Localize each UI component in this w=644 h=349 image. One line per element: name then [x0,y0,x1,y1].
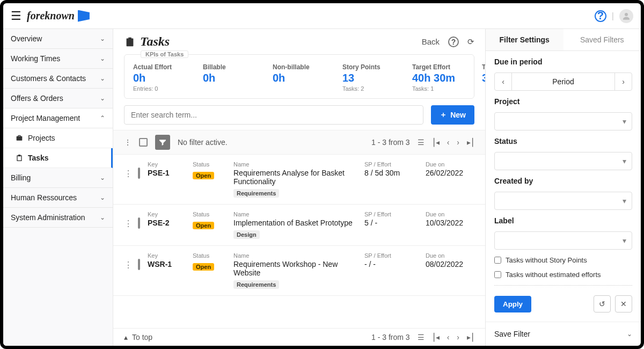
sort-icon[interactable]: ☰ [418,138,425,147]
save-filter-toggle[interactable]: Save Filter ⌄ [486,322,641,346]
period-label[interactable]: Period [512,73,614,90]
clipboard-icon [124,36,136,48]
chevron-down-icon: ⌄ [100,35,105,42]
task-row[interactable]: ⋮ KeyPSE-1 StatusOpen NameRequirements A… [113,155,485,205]
filter-createdby-label: Created by [494,177,632,185]
period-prev[interactable]: ‹ [495,73,512,90]
new-button[interactable]: ＋New [431,105,474,125]
avatar[interactable] [619,9,633,23]
chevron-down-icon: ⌄ [100,75,105,82]
filter-icon[interactable] [155,135,170,150]
chevron-down-icon: ⌄ [627,330,632,338]
tab-saved-filters[interactable]: Saved Filters [564,29,641,51]
nav-system-admin[interactable]: System Administration⌄ [3,208,113,228]
briefcase-icon [15,134,24,142]
kpi-title: KPIs of Tasks [141,50,188,58]
task-row[interactable]: ⋮ KeyPSE-2 StatusOpen NameImplementation… [113,205,485,246]
plus-icon: ＋ [440,110,447,120]
chevron-up-icon: ▴ [124,333,128,341]
filter-due-label: Due in period [494,57,632,66]
row-more-icon[interactable]: ⋮ [124,161,130,179]
page-title: Tasks [124,34,170,49]
row-checkbox[interactable] [138,217,140,229]
task-row[interactable]: ⋮ KeyWSR-1 StatusOpen NameRequirements W… [113,246,485,296]
row-checkbox[interactable] [138,259,140,270]
row-checkbox[interactable] [138,168,140,179]
brand-text: foreknown [27,10,75,22]
createdby-select[interactable]: ▾ [494,192,632,210]
row-more-icon[interactable]: ⋮ [124,252,130,270]
chevron-down-icon: ⌄ [100,194,105,201]
svg-point-0 [625,13,628,16]
page-first-icon[interactable]: ⎮◂ [432,333,440,341]
nav-customers[interactable]: Customers & Contacts⌄ [3,69,113,89]
caret-down-icon: ▾ [623,236,626,245]
page-prev-icon[interactable]: ‹ [447,333,450,341]
nav-tasks[interactable]: Tasks [3,148,113,168]
status-select[interactable]: ▾ [494,152,632,170]
back-link[interactable]: Back [422,37,440,46]
chevron-down-icon: ⌄ [100,214,105,221]
page-next-icon[interactable]: › [457,333,459,341]
chevron-down-icon: ⌄ [100,55,105,62]
kpi-panel: KPIs of Tasks Actual Effort0hEntries: 0 … [124,54,474,99]
caret-down-icon: ▾ [623,117,626,126]
tab-filter-settings[interactable]: Filter Settings [486,29,564,51]
row-more-icon[interactable]: ⋮ [124,211,130,229]
page-last-icon[interactable]: ▸⎮ [467,333,474,341]
sidebar: Overview⌄ Working Times⌄ Customers & Con… [3,29,113,346]
chevron-down-icon: ⌄ [100,94,105,102]
cb-no-storypoints[interactable]: Tasks without Story Points [494,256,632,264]
cb-no-efforts[interactable]: Tasks without estimated efforts [494,271,632,279]
help-icon[interactable]: ? [448,37,459,47]
clear-button[interactable]: ✕ [615,295,632,312]
filter-label-label: Label [494,216,632,225]
reset-button[interactable]: ↺ [594,295,611,312]
search-input[interactable] [124,105,423,125]
select-all-checkbox[interactable] [139,138,148,147]
filter-status: No filter active. [178,138,228,147]
page-first-icon[interactable]: ⎮◂ [432,138,440,147]
page-next-icon[interactable]: › [457,138,459,147]
page-prev-icon[interactable]: ‹ [447,138,450,147]
chevron-down-icon: ⌄ [100,174,105,181]
nav-working-times[interactable]: Working Times⌄ [3,49,113,69]
filter-project-label: Project [494,97,632,106]
nav-billing[interactable]: Billing⌄ [3,168,113,188]
menu-icon[interactable]: ☰ [11,9,21,23]
reload-icon[interactable]: ⟳ [467,37,474,47]
more-icon[interactable]: ⋮ [124,138,131,147]
caret-down-icon: ▾ [623,197,626,205]
pagination-text: 1 - 3 from 3 [371,333,410,341]
clipboard-icon [15,154,24,162]
nav-projects[interactable]: Projects [3,128,113,148]
apply-button[interactable]: Apply [494,296,531,312]
period-next[interactable]: › [614,73,632,90]
logo-icon [78,10,90,22]
to-top-button[interactable]: ▴To top [124,333,152,341]
pagination-text: 1 - 3 from 3 [371,138,410,147]
caret-down-icon: ▾ [623,157,626,165]
label-select[interactable]: ▾ [494,231,632,250]
brand: foreknown [27,10,90,22]
sort-icon[interactable]: ☰ [418,333,425,341]
chevron-up-icon: ⌃ [100,114,105,122]
page-last-icon[interactable]: ▸⎮ [467,138,474,147]
help-icon[interactable]: ? [595,10,606,22]
filter-status-label: Status [494,137,632,146]
nav-offers[interactable]: Offers & Orders⌄ [3,89,113,108]
project-select[interactable]: ▾ [494,112,632,130]
nav-project-management[interactable]: Project Management⌃ [3,108,113,128]
nav-overview[interactable]: Overview⌄ [3,29,113,49]
nav-human-resources[interactable]: Human Ressources⌄ [3,188,113,208]
